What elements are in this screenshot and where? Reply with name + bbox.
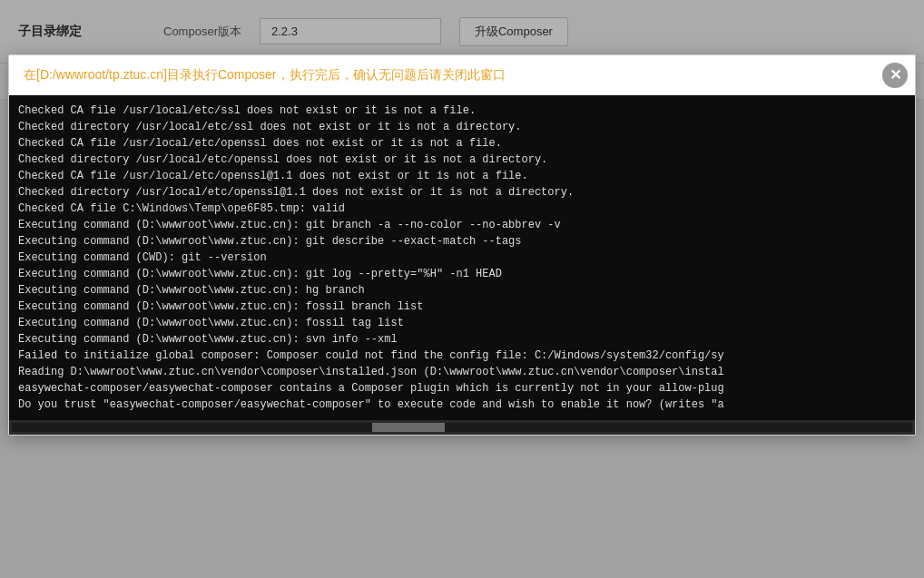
terminal-line: Executing command (D:\wwwroot\www.ztuc.c… <box>18 331 906 348</box>
terminal-line: Checked directory /usr/local/etc/ssl doe… <box>18 119 906 135</box>
terminal-line: Checked directory /usr/local/etc/openssl… <box>18 184 906 201</box>
terminal-line: Executing command (D:\wwwroot\www.ztuc.c… <box>18 217 906 233</box>
horizontal-scrollbar[interactable] <box>9 420 915 435</box>
terminal-line: Checked CA file C:\Windows\Temp\ope6F85.… <box>18 201 906 217</box>
hscroll-track <box>12 423 912 432</box>
terminal-line: Checked CA file /usr/local/etc/openssl@1… <box>18 168 906 184</box>
terminal-line: Reading D:\wwwroot\www.ztuc.cn\vendor\co… <box>18 364 906 380</box>
terminal-line: Executing command (D:\wwwroot\www.ztuc.c… <box>18 282 906 299</box>
terminal-line: Checked CA file /usr/local/etc/ssl does … <box>18 103 906 119</box>
terminal-line: easywechat-composer/easywechat-composer … <box>18 380 906 397</box>
terminal-line: Failed to initialize global composer: Co… <box>18 348 906 364</box>
terminal-line: Executing command (CWD): git --version <box>18 250 906 266</box>
modal-overlay: 在[D:/wwwroot/tp.ztuc.cn]目录执行Composer，执行完… <box>0 0 924 578</box>
modal-header: 在[D:/wwwroot/tp.ztuc.cn]目录执行Composer，执行完… <box>9 55 915 95</box>
hscroll-thumb[interactable] <box>372 423 445 432</box>
modal-title: 在[D:/wwwroot/tp.ztuc.cn]目录执行Composer，执行完… <box>24 67 506 82</box>
modal-close-button[interactable]: ✕ <box>882 63 908 88</box>
terminal-output[interactable]: Checked CA file /usr/local/etc/ssl does … <box>9 95 915 420</box>
terminal-line: Executing command (D:\wwwroot\www.ztuc.c… <box>18 266 906 282</box>
terminal-line: Checked directory /usr/local/etc/openssl… <box>18 152 906 168</box>
terminal-line: Executing command (D:\wwwroot\www.ztuc.c… <box>18 233 906 250</box>
terminal-line: Executing command (D:\wwwroot\www.ztuc.c… <box>18 299 906 315</box>
terminal-line: Executing command (D:\wwwroot\www.ztuc.c… <box>18 315 906 331</box>
terminal-line: Checked CA file /usr/local/etc/openssl d… <box>18 135 906 152</box>
composer-output-modal: 在[D:/wwwroot/tp.ztuc.cn]目录执行Composer，执行完… <box>8 54 916 436</box>
terminal-line: Do you trust "easywechat-composer/easywe… <box>18 397 906 413</box>
